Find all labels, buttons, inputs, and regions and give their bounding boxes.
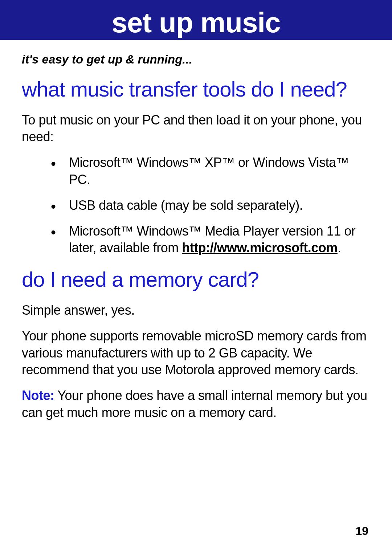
requirements-list: Microsoft™ Windows™ XP™ or Windows Vista… (51, 154, 370, 257)
list-item: Microsoft™ Windows™ XP™ or Windows Vista… (51, 154, 370, 188)
banner-title: set up music (112, 6, 281, 39)
tagline: it's easy to get up & running... (22, 53, 370, 66)
section1-heading: what music transfer tools do I need? (22, 77, 370, 102)
note-label: Note: (22, 388, 54, 403)
microsoft-link[interactable]: http://www.microsoft.com (182, 240, 338, 255)
page-banner: set up music (0, 0, 392, 40)
section2-heading: do I need a memory card? (22, 267, 370, 292)
section2-note: Note: Your phone does have a small inter… (22, 387, 370, 421)
section1-intro: To put music on your PC and then load it… (22, 112, 370, 146)
section2-para2: Your phone supports removable microSD me… (22, 328, 370, 379)
list-item: Microsoft™ Windows™ Media Player version… (51, 223, 370, 257)
list-item: USB data cable (may be sold separately). (51, 197, 370, 214)
section2-para1: Simple answer, yes. (22, 302, 370, 319)
bullet-text-suffix: . (338, 240, 341, 255)
page-number: 19 (355, 524, 368, 538)
page-content: it's easy to get up & running... what mu… (0, 40, 392, 421)
note-text: Your phone does have a small internal me… (22, 388, 367, 420)
